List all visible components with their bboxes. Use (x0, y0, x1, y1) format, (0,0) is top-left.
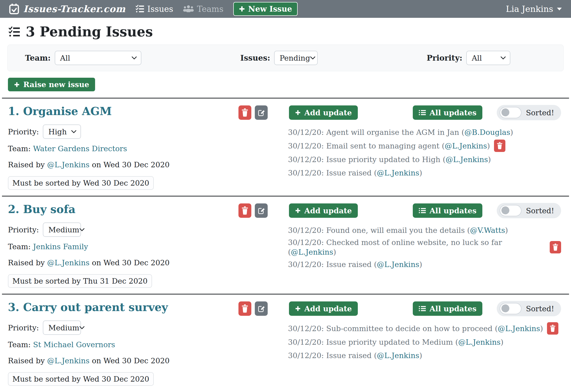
all-updates-button[interactable]: All updates (413, 301, 483, 316)
update-text: 30/12/20: Issue raised ( (288, 169, 377, 177)
update-user-link[interactable]: @V.Watts (470, 226, 505, 235)
update-text: 30/12/20: Issue priority updated to Medi… (288, 338, 458, 346)
issue-title[interactable]: 1. Organise AGM (8, 105, 238, 118)
sorted-toggle[interactable]: Sorted! (497, 105, 561, 120)
team-link[interactable]: Jenkins Family (33, 242, 88, 251)
raised-by-user-link[interactable]: @L.Jenkins (47, 356, 89, 365)
delete-update-button[interactable] (494, 140, 505, 152)
toggle-switch[interactable] (500, 303, 521, 314)
trash-icon (241, 206, 248, 215)
issues-filter-value: Pending (280, 54, 310, 62)
delete-update-button[interactable] (550, 241, 561, 253)
toggle-knob (501, 206, 509, 214)
team-link[interactable]: Water Gardens Directors (33, 144, 127, 153)
calendar-check-icon (9, 3, 19, 15)
add-update-label: Add update (304, 108, 352, 117)
update-user-link[interactable]: @L.Jenkins (446, 155, 488, 164)
update-line: 30/12/20: Email sent to managing agent (… (288, 140, 561, 152)
brand[interactable]: Issues-Tracker.com (9, 3, 126, 15)
priority-label: Priority: (8, 225, 39, 234)
user-menu[interactable]: Lia Jenkins (506, 4, 562, 14)
raise-new-issue-button[interactable]: Raise new issue (8, 78, 95, 91)
update-line: 30/12/20: Issue priority updated to High… (288, 153, 561, 165)
plus-icon (295, 306, 301, 312)
update-user-link[interactable]: @B.Douglas (465, 128, 510, 137)
trash-icon (550, 325, 556, 332)
trash-icon (552, 244, 558, 251)
update-line: 30/12/20: Agent will organise the AGM in… (288, 126, 561, 138)
edit-issue-button[interactable] (255, 203, 268, 218)
update-text: 30/12/20: Agent will organise the AGM in… (288, 128, 465, 137)
priority-value: Medium (48, 225, 79, 234)
add-update-button[interactable]: Add update (289, 203, 358, 218)
update-user-link[interactable]: @L.Jenkins (458, 338, 500, 346)
update-user-link[interactable]: @L.Jenkins (291, 248, 333, 256)
toggle-knob (501, 304, 509, 312)
add-update-button[interactable]: Add update (289, 301, 358, 316)
sorted-label: Sorted! (526, 108, 554, 117)
team-link[interactable]: St Michael Governors (33, 340, 115, 349)
raised-by-prefix: Raised by (8, 160, 47, 169)
raise-new-issue-label: Raise new issue (23, 80, 89, 89)
issue-left-column: 1. Organise AGM Priority: High Team: Wat… (8, 105, 238, 190)
chevron-down-icon (131, 56, 137, 60)
team-label: Team: (8, 340, 33, 349)
update-user-link[interactable]: @L.Jenkins (377, 351, 419, 360)
issue-right-column: Add update All updates Sorted! 30/12/20:… (238, 203, 561, 288)
update-user-link[interactable]: @L.Jenkins (377, 169, 419, 177)
issue-title[interactable]: 3. Carry out parent survey (8, 301, 238, 314)
nav-issues-label: Issues (147, 4, 173, 14)
new-issue-button[interactable]: New Issue (233, 2, 297, 16)
edit-issue-button[interactable] (255, 105, 268, 120)
update-user-link[interactable]: @L.Jenkins (377, 260, 419, 269)
update-suffix: ) (333, 248, 336, 256)
plus-icon (295, 208, 301, 214)
priority-select[interactable]: Medium (43, 320, 81, 335)
trash-icon (241, 304, 248, 313)
add-update-button[interactable]: Add update (289, 105, 358, 120)
priority-filter-label: Priority: (427, 53, 462, 62)
sorted-toggle[interactable]: Sorted! (497, 203, 561, 218)
issue-card-3: 3. Carry out parent survey Priority: Med… (0, 294, 571, 392)
raised-by-user-link[interactable]: @L.Jenkins (47, 160, 89, 169)
filter-bar: Team: All Issues: Pending Priority: All (7, 45, 564, 71)
delete-update-button[interactable] (547, 322, 558, 335)
nav-item-teams[interactable]: Teams (183, 4, 223, 14)
raised-by-prefix: Raised by (8, 356, 47, 365)
raised-by-suffix: on Wed 30 Dec 2020 (89, 258, 170, 267)
list-icon (419, 207, 426, 214)
priority-row: Priority: Medium (8, 222, 238, 237)
raised-by-user-link[interactable]: @L.Jenkins (47, 258, 89, 267)
chevron-down-icon (310, 56, 315, 60)
toggle-switch[interactable] (500, 205, 521, 216)
pencil-square-icon (258, 305, 265, 312)
all-updates-button[interactable]: All updates (413, 203, 483, 218)
sorted-label: Sorted! (526, 304, 554, 313)
issues-filter-select[interactable]: Pending (274, 51, 318, 65)
sorted-toggle[interactable]: Sorted! (497, 301, 561, 316)
trash-icon (241, 108, 248, 117)
toggle-switch[interactable] (500, 107, 521, 118)
team-label: Team: (8, 242, 33, 251)
priority-filter-select[interactable]: All (466, 51, 510, 65)
all-updates-label: All updates (430, 304, 477, 313)
update-user-link[interactable]: @L.Jenkins (445, 142, 487, 150)
update-user-link[interactable]: @L.Jenkins (498, 324, 540, 333)
nav-item-issues[interactable]: Issues (135, 4, 173, 14)
tasks-icon (8, 26, 20, 38)
nav-teams-label: Teams (197, 4, 223, 14)
update-line: 30/12/20: Issue raised (@L.Jenkins) (288, 349, 561, 361)
edit-issue-button[interactable] (255, 301, 268, 316)
delete-issue-button[interactable] (238, 203, 251, 218)
caret-down-icon (557, 7, 562, 11)
all-updates-button[interactable]: All updates (413, 105, 483, 120)
delete-issue-button[interactable] (238, 301, 251, 316)
delete-issue-button[interactable] (238, 105, 251, 120)
issue-title[interactable]: 2. Buy sofa (8, 203, 238, 216)
issue-card-1: 1. Organise AGM Priority: High Team: Wat… (0, 98, 571, 196)
update-text: 30/12/20: Issue raised ( (288, 260, 377, 269)
priority-select[interactable]: High (43, 124, 81, 139)
priority-select[interactable]: Medium (43, 222, 81, 237)
update-suffix: ) (419, 351, 422, 360)
team-filter-select[interactable]: All (55, 51, 141, 65)
